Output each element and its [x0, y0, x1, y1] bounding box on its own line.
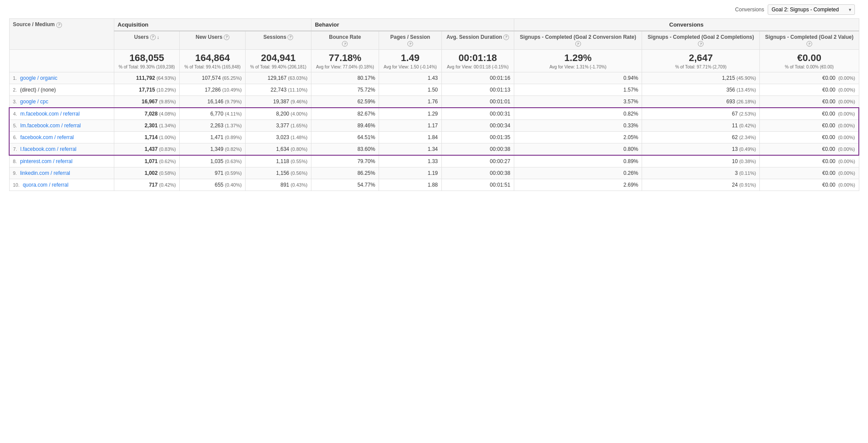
avg-session-cell: 00:01:35	[441, 132, 514, 143]
sessions-cell: 8,200 (4.00%)	[246, 108, 311, 120]
avg-session-help-icon[interactable]: ?	[503, 34, 509, 40]
table-row: 4. m.facebook.com / referral 7,028 (4.08…	[9, 108, 859, 120]
completions-help-icon[interactable]: ?	[698, 41, 704, 47]
source-medium-help-icon[interactable]: ?	[56, 22, 62, 28]
completions-cell: 3 (0.11%)	[642, 167, 760, 179]
conv-rate-cell: 2.05%	[514, 132, 642, 143]
pages-session-cell: 1.50	[379, 84, 442, 96]
value-help-icon[interactable]: ?	[806, 41, 812, 47]
users-sort-icon[interactable]: ↓	[157, 34, 160, 40]
sessions-cell: 3,023 (1.48%)	[246, 132, 311, 143]
users-cell: 7,028 (4.08%)	[114, 108, 180, 120]
goal-dropdown-wrapper[interactable]: Goal 2: Signups - Completed	[768, 4, 855, 15]
bounce-rate-cell: 83.60%	[311, 143, 379, 156]
conv-rate-col-header: Signups - Completed (Goal 2 Conversion R…	[514, 31, 642, 50]
value-label: Signups - Completed (Goal 2 Value)	[765, 34, 854, 40]
conversions-group-header: Conversions	[514, 19, 859, 31]
users-cell: 1,071 (0.62%)	[114, 155, 180, 167]
conv-rate-cell: 0.80%	[514, 143, 642, 156]
table-row: 3. google / cpc 16,967 (9.85%) 16,146 (9…	[9, 96, 859, 108]
source-link[interactable]: quora.com / referral	[23, 182, 68, 188]
avg-session-cell: 00:00:31	[441, 108, 514, 120]
source-medium-cell: 6. facebook.com / referral	[9, 132, 114, 143]
completions-cell: 1,215 (45.90%)	[642, 72, 760, 84]
totals-avg-session-cell: 00:01:18 Avg for View: 00:01:18 (-0.15%)	[441, 50, 514, 72]
sessions-cell: 891 (0.43%)	[246, 179, 311, 191]
bounce-rate-col-header: Bounce Rate ?	[311, 31, 379, 50]
value-cell: €0.00 (0.00%)	[760, 72, 859, 84]
completions-cell: 11 (0.42%)	[642, 120, 760, 132]
row-number: 1.	[13, 75, 19, 81]
new-users-cell: 1,471 (0.89%)	[180, 132, 246, 143]
conv-rate-cell: 0.26%	[514, 167, 642, 179]
totals-row: 168,055 % of Total: 99.30% (169,238) 164…	[9, 50, 859, 72]
conversions-label: Conversions	[735, 7, 764, 13]
bounce-rate-cell: 86.25%	[311, 167, 379, 179]
table-row: 7. l.facebook.com / referral 1,437 (0.83…	[9, 143, 859, 156]
completions-cell: 693 (26.18%)	[642, 96, 760, 108]
table-row: 2. (direct) / (none) 17,715 (10.29%) 17,…	[9, 84, 859, 96]
row-number: 10.	[13, 182, 21, 187]
avg-session-cell: 00:00:27	[441, 155, 514, 167]
row-number: 4.	[13, 111, 19, 116]
bounce-rate-cell: 79.70%	[311, 155, 379, 167]
sessions-col-header: Sessions ?	[246, 31, 311, 50]
new-users-cell: 6,770 (4.11%)	[180, 108, 246, 120]
totals-conv-rate-cell: 1.29% Avg for View: 1.31% (-1.70%)	[514, 50, 642, 72]
source-link[interactable]: l.facebook.com / referral	[21, 146, 77, 152]
source-link[interactable]: pinterest.com / referral	[20, 158, 72, 164]
completions-cell: 67 (2.53%)	[642, 108, 760, 120]
pages-session-col-header: Pages / Session ?	[379, 31, 442, 50]
value-col-header: Signups - Completed (Goal 2 Value) ?	[760, 31, 859, 50]
pages-session-cell: 1.34	[379, 143, 442, 156]
source-medium-cell: 4. m.facebook.com / referral	[9, 108, 114, 120]
row-number: 2.	[13, 87, 19, 92]
source-text: (direct) / (none)	[20, 87, 56, 93]
totals-completions-cell: 2,647 % of Total: 97.71% (2,709)	[642, 50, 760, 72]
completions-cell: 24 (0.91%)	[642, 179, 760, 191]
value-cell: €0.00 (0.00%)	[760, 143, 859, 156]
completions-cell: 62 (2.34%)	[642, 132, 760, 143]
source-link[interactable]: google / organic	[20, 75, 57, 81]
pages-session-cell: 1.29	[379, 108, 442, 120]
totals-value-cell: €0.00 % of Total: 0.00% (€0.00)	[760, 50, 859, 72]
new-users-help-icon[interactable]: ?	[224, 34, 229, 40]
source-link[interactable]: google / cpc	[20, 99, 48, 105]
conv-rate-cell: 0.82%	[514, 108, 642, 120]
bounce-rate-cell: 54.77%	[311, 179, 379, 191]
source-medium-cell: 9. linkedin.com / referral	[9, 167, 114, 179]
pages-session-cell: 1.88	[379, 179, 442, 191]
conv-rate-help-icon[interactable]: ?	[575, 41, 581, 47]
users-cell: 111,792 (64.93%)	[114, 72, 180, 84]
pages-session-help-icon[interactable]: ?	[407, 41, 413, 47]
conv-rate-cell: 0.89%	[514, 155, 642, 167]
new-users-cell: 17,286 (10.49%)	[180, 84, 246, 96]
bounce-rate-cell: 64.51%	[311, 132, 379, 143]
totals-new-users-cell: 164,864 % of Total: 99.41% (165,848)	[180, 50, 246, 72]
conv-rate-cell: 3.57%	[514, 96, 642, 108]
new-users-cell: 16,146 (9.79%)	[180, 96, 246, 108]
users-help-icon[interactable]: ?	[150, 34, 156, 40]
goal-dropdown[interactable]: Goal 2: Signups - Completed	[768, 4, 855, 15]
value-cell: €0.00 (0.00%)	[760, 84, 859, 96]
source-link[interactable]: linkedin.com / referral	[20, 170, 70, 176]
users-cell: 1,437 (0.83%)	[114, 143, 180, 156]
source-link[interactable]: lm.facebook.com / referral	[21, 123, 81, 129]
row-number: 8.	[13, 159, 19, 164]
users-cell: 717 (0.42%)	[114, 179, 180, 191]
table-row: 8. pinterest.com / referral 1,071 (0.62%…	[9, 155, 859, 167]
source-medium-cell: 1. google / organic	[9, 72, 114, 84]
behavior-group-header: Behavior	[311, 19, 514, 31]
bounce-rate-help-icon[interactable]: ?	[342, 41, 348, 47]
source-link[interactable]: facebook.com / referral	[21, 134, 74, 140]
avg-session-cell: 00:01:01	[441, 96, 514, 108]
table-row: 10. quora.com / referral 717 (0.42%) 655…	[9, 179, 859, 191]
main-container: Conversions Goal 2: Signups - Completed …	[0, 0, 868, 195]
avg-session-cell: 00:01:16	[441, 72, 514, 84]
sessions-help-icon[interactable]: ?	[287, 34, 293, 40]
sessions-cell: 1,156 (0.56%)	[246, 167, 311, 179]
source-medium-cell: 10. quora.com / referral	[9, 179, 114, 191]
totals-label-cell	[9, 50, 114, 72]
source-medium-cell: 5. lm.facebook.com / referral	[9, 120, 114, 132]
source-link[interactable]: m.facebook.com / referral	[21, 111, 80, 117]
